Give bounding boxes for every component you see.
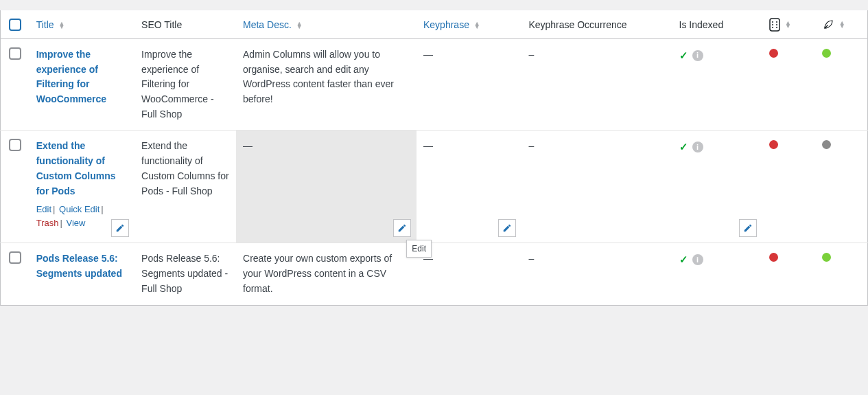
meta-desc-cell: Admin Columns will allow you to organise… xyxy=(236,39,417,131)
empty-value: — xyxy=(423,140,433,151)
col-meta-desc[interactable]: Meta Desc. ▲▼ xyxy=(236,10,417,39)
col-seo-title-label: SEO Title xyxy=(141,19,182,30)
inline-edit-button[interactable] xyxy=(498,219,516,237)
col-keyphrase-label: Keyphrase xyxy=(423,19,469,30)
indexed-cell: ✓ i xyxy=(672,243,762,305)
status-dot-red xyxy=(769,140,778,149)
inline-edit-button[interactable] xyxy=(111,219,129,237)
quick-edit-link[interactable]: Quick Edit xyxy=(59,204,99,214)
meta-desc-cell: — Edit xyxy=(236,131,417,243)
col-occ-label: Keyphrase Occurrence xyxy=(528,19,626,30)
col-title[interactable]: Title ▲▼ xyxy=(30,10,134,39)
title-cell: Improve the experience of Filtering for … xyxy=(30,39,134,131)
indexed-cell: ✓ i xyxy=(672,39,762,131)
svg-point-1 xyxy=(772,21,773,23)
svg-rect-0 xyxy=(770,19,779,31)
col-keyphrase[interactable]: Keyphrase ▲▼ xyxy=(417,10,521,39)
col-readability[interactable]: ▲▼ xyxy=(762,10,815,39)
inline-edit-button[interactable] xyxy=(393,219,411,237)
info-icon[interactable]: i xyxy=(692,50,703,61)
col-seo-title: SEO Title xyxy=(134,10,236,39)
sort-icon: ▲▼ xyxy=(474,22,480,29)
occurrence-cell: – xyxy=(521,39,672,131)
empty-value: — xyxy=(423,49,433,60)
sort-icon: ▲▼ xyxy=(839,21,845,28)
occurrence-cell: – xyxy=(521,243,672,305)
sort-icon: ▲▼ xyxy=(296,22,303,29)
table-row: Improve the experience of Filtering for … xyxy=(1,39,868,131)
status-dot-red xyxy=(769,253,778,262)
check-icon: ✓ xyxy=(679,251,688,267)
readability-cell xyxy=(762,39,815,131)
seo-score-cell xyxy=(815,39,868,131)
feather-icon xyxy=(822,19,834,31)
status-dot-green xyxy=(822,253,831,262)
sort-icon: ▲▼ xyxy=(59,22,65,29)
pencil-icon xyxy=(397,223,407,233)
seo-score-cell xyxy=(815,243,868,305)
col-is-indexed: Is Indexed xyxy=(672,10,762,39)
select-all-checkbox[interactable] xyxy=(9,19,21,31)
check-icon: ✓ xyxy=(679,139,688,155)
row-checkbox[interactable] xyxy=(9,47,21,60)
svg-point-3 xyxy=(772,27,773,28)
title-cell: Extend the functionality of Custom Colum… xyxy=(30,131,134,243)
table-row: Pods Release 5.6: Segments updated Pods … xyxy=(1,243,868,305)
post-title-link[interactable]: Extend the functionality of Custom Colum… xyxy=(36,140,116,196)
svg-point-5 xyxy=(776,24,777,25)
svg-point-4 xyxy=(776,21,777,23)
seo-score-cell xyxy=(815,131,868,243)
trash-link[interactable]: Trash xyxy=(36,218,59,228)
inline-edit-button[interactable] xyxy=(739,219,757,237)
seo-title-cell: Extend the functionality of Custom Colum… xyxy=(134,131,236,243)
col-meta-desc-label: Meta Desc. xyxy=(243,19,292,30)
row-checkbox[interactable] xyxy=(9,139,21,151)
pencil-icon xyxy=(502,223,512,233)
post-title-link[interactable]: Pods Release 5.6: Segments updated xyxy=(36,253,122,279)
meta-desc-cell: Create your own custom exports of your W… xyxy=(236,243,417,305)
empty-value: – xyxy=(528,140,534,151)
empty-value: – xyxy=(528,253,534,264)
empty-value: — xyxy=(243,140,253,151)
edit-link[interactable]: Edit xyxy=(36,204,51,214)
status-dot-grey xyxy=(822,140,831,149)
info-icon[interactable]: i xyxy=(692,254,703,265)
posts-table: Title ▲▼ SEO Title Meta Desc. ▲▼ Keyphra… xyxy=(0,10,868,306)
occurrence-cell: – xyxy=(521,131,672,243)
sort-icon: ▲▼ xyxy=(785,21,791,28)
edit-tooltip: Edit xyxy=(406,240,432,258)
seo-title-cell: Improve the experience of Filtering for … xyxy=(134,39,236,131)
readability-cell xyxy=(762,243,815,305)
post-title-link[interactable]: Improve the experience of Filtering for … xyxy=(36,49,106,104)
keyphrase-cell: — xyxy=(417,243,521,305)
readability-icon xyxy=(769,18,780,32)
view-link[interactable]: View xyxy=(66,218,85,228)
pencil-icon xyxy=(743,223,753,233)
indexed-cell: ✓ i xyxy=(672,131,762,243)
info-icon[interactable]: i xyxy=(692,142,703,153)
col-keyphrase-occurrence: Keyphrase Occurrence xyxy=(521,10,672,39)
readability-cell xyxy=(762,131,815,243)
title-cell: Pods Release 5.6: Segments updated xyxy=(30,243,134,305)
empty-value: – xyxy=(528,49,534,60)
keyphrase-cell: — xyxy=(417,39,521,131)
col-seo-score[interactable]: ▲▼ xyxy=(815,10,868,39)
col-title-label: Title xyxy=(36,19,54,30)
status-dot-green xyxy=(822,49,831,58)
svg-point-6 xyxy=(776,27,777,28)
check-icon: ✓ xyxy=(679,47,688,63)
keyphrase-cell: — xyxy=(417,131,521,243)
table-row: Extend the functionality of Custom Colum… xyxy=(1,131,868,243)
status-dot-red xyxy=(769,49,778,58)
row-checkbox[interactable] xyxy=(9,251,21,264)
svg-point-2 xyxy=(772,24,773,25)
pencil-icon xyxy=(115,223,125,233)
seo-title-cell: Pods Release 5.6: Segments updated - Ful… xyxy=(134,243,236,305)
col-indexed-label: Is Indexed xyxy=(679,19,724,30)
